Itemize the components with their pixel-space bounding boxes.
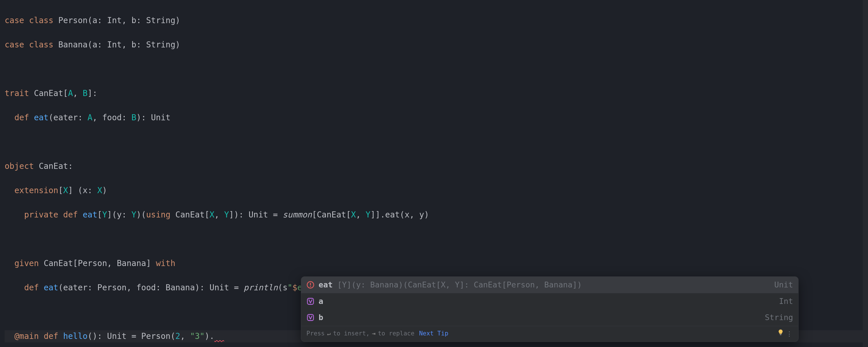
svg-rect-2	[310, 286, 311, 287]
lightbulb-icon[interactable]	[777, 329, 784, 338]
code-line: object CanEat:	[5, 160, 863, 172]
completion-return-type: Unit	[769, 279, 793, 291]
val-icon	[306, 297, 314, 305]
keyword-class: class	[29, 15, 53, 25]
call-println: println	[244, 283, 278, 292]
code-line: trait CanEat[A, B]:	[5, 87, 863, 99]
completion-item[interactable]: eat [Y](y: Banana)(CanEat[X, Y]: CanEat[…	[301, 277, 798, 293]
svg-rect-4	[308, 315, 314, 321]
annotation-main: @main	[14, 332, 39, 341]
code-line	[5, 233, 863, 245]
keyword-extension: extension	[14, 186, 58, 195]
tab-key-icon: ⇥	[372, 329, 376, 338]
completion-name: a	[318, 297, 323, 306]
completion-return-type: String	[759, 312, 793, 323]
code-line: extension[X] (x: X)	[5, 185, 863, 197]
svg-rect-5	[780, 334, 781, 335]
keyword-given: given	[14, 258, 39, 268]
completion-name: eat	[318, 280, 333, 289]
code-line: case class Banana(a: Int, b: String)	[5, 39, 863, 51]
completion-popup: eat [Y](y: Banana)(CanEat[X, Y]: CanEat[…	[301, 277, 799, 342]
keyword-with: with	[156, 258, 175, 268]
enter-key-icon: ↵	[327, 329, 331, 338]
keyword-using: using	[146, 210, 170, 219]
code-line: private def eat[Y](y: Y)(using CanEat[X,…	[5, 209, 863, 221]
completion-item[interactable]: a Int	[301, 293, 798, 310]
more-menu-icon[interactable]: ⋮	[786, 329, 793, 339]
completion-name: b	[318, 313, 323, 322]
svg-rect-1	[310, 283, 311, 285]
footer-hint: Press	[306, 329, 324, 338]
completion-item[interactable]: b String	[301, 309, 798, 326]
call-summon: summon	[283, 210, 312, 219]
keyword-private: private	[24, 210, 58, 219]
code-line: def eat(eater: A, food: B): Unit	[5, 112, 863, 124]
error-method-icon	[306, 281, 314, 289]
keyword-trait: trait	[5, 89, 29, 98]
class-name: Person	[58, 15, 87, 25]
completion-footer: Press ↵ to insert, ⇥ to replace Next Tip…	[301, 326, 798, 342]
completion-return-type: Int	[773, 295, 793, 307]
code-line	[5, 136, 863, 148]
svg-rect-3	[308, 298, 314, 304]
error-underline	[214, 332, 224, 341]
keyword-object: object	[5, 161, 34, 171]
keyword-case: case	[5, 15, 24, 25]
completion-signature: [Y](y: Banana)(CanEat[X, Y]: CanEat[Pers…	[337, 279, 765, 291]
code-line	[5, 63, 863, 75]
val-icon	[306, 313, 314, 321]
keyword-def: def	[14, 113, 29, 122]
code-line: given CanEat[Person, Banana] with	[5, 257, 863, 270]
next-tip-link[interactable]: Next Tip	[419, 329, 448, 338]
code-line: case class Person(a: Int, b: String)	[5, 14, 863, 27]
method-name: eat	[34, 113, 49, 122]
